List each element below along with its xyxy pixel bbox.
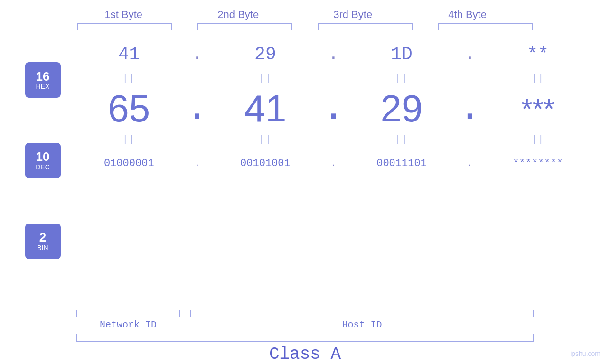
bracket-byte1 [77,23,172,30]
bin-b2: 00101001 [218,158,313,169]
dec-badge-label: DEC [36,164,50,171]
dec-b4: *** [490,93,585,125]
hex-dot1: . [188,44,206,65]
bottom-labels-row: Network ID Host ID [76,319,534,330]
top-brackets [0,23,610,30]
bin-b3: 00011101 [354,158,449,169]
hex-b1: 41 [82,44,177,65]
bin-badge-num: 2 [39,231,46,244]
byte1-header: 1st Byte [76,9,171,21]
bracket-byte4 [438,23,533,30]
network-id-label: Network ID [76,319,180,330]
dec-b1: 65 [82,87,177,131]
bracket-byte3 [318,23,413,30]
eq7: || [354,134,449,145]
host-id-label: Host ID [190,319,534,330]
eq4: || [490,73,585,84]
eq5: || [82,134,177,145]
bin-badge: 2 BIN [25,224,61,259]
bin-b4: ******** [490,158,585,169]
eq6: || [218,134,313,145]
hex-b4: ** [490,44,585,65]
sep1: || || || || [66,71,601,85]
bottom-bracket-area: Network ID Host ID [0,310,610,334]
bin-row: 01000001 . 00101001 . 00011101 . [66,147,601,180]
badges-column: 16 HEX 10 DEC 2 BIN [0,35,66,310]
network-bottom-bracket [76,310,180,317]
dec-row: 65 . 41 . 29 . *** [66,85,601,132]
hex-b2: 29 [218,44,313,65]
watermark: ipshu.com [570,350,601,357]
class-label: Class A [269,345,341,364]
hex-badge-num: 16 [36,70,50,84]
bin-dot3: . [460,158,479,169]
hex-badge-label: HEX [36,83,50,90]
main-data-area: 16 HEX 10 DEC 2 BIN 41 . [0,35,610,310]
main-container: 1st Byte 2nd Byte 3rd Byte 4th Byte 16 H… [0,0,610,364]
hex-dot2: . [324,44,343,65]
hex-dot3: . [460,44,479,65]
dec-b3: 29 [354,87,449,131]
eq8: || [490,134,585,145]
eq3: || [354,73,449,84]
dec-b2: 41 [218,87,313,131]
bin-dot1: . [188,158,206,169]
hex-b3: 1D [354,44,449,65]
bin-badge-label: BIN [37,244,48,252]
hex-badge: 16 HEX [25,62,61,98]
bin-b1: 01000001 [82,158,177,169]
outer-bottom-bracket [76,334,534,342]
dec-dot1: . [188,87,206,131]
dec-badge: 10 DEC [25,143,61,178]
host-bottom-bracket [190,310,534,317]
byte2-header: 2nd Byte [191,9,286,21]
data-rows: 41 . 29 . 1D . ** [66,35,610,310]
byte3-header: 3rd Byte [305,9,400,21]
eq2: || [218,73,313,84]
bin-dot2: . [324,158,343,169]
dec-badge-num: 10 [36,150,50,164]
hex-row: 41 . 29 . 1D . ** [66,37,601,71]
byte-headers-row: 1st Byte 2nd Byte 3rd Byte 4th Byte [0,9,610,21]
dec-dot3: . [460,87,479,131]
bottom-bracket-row [76,310,534,317]
sep2: || || || || [66,132,601,147]
eq1: || [82,73,177,84]
byte4-header: 4th Byte [420,9,515,21]
bracket-byte2 [197,23,292,30]
dec-dot2: . [324,87,343,131]
